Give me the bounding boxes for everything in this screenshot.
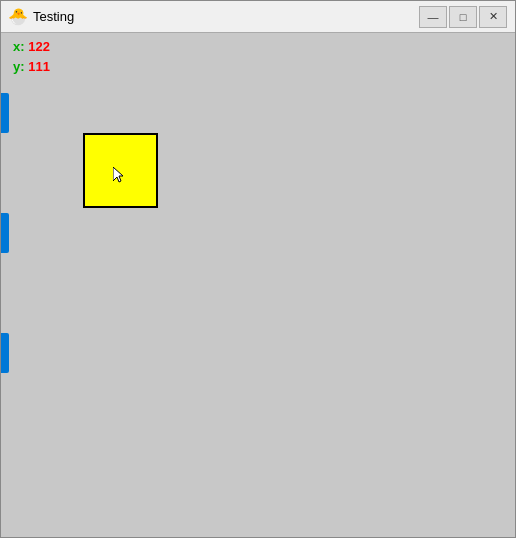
minimize-button[interactable]: — bbox=[419, 6, 447, 28]
side-tab-3[interactable] bbox=[1, 333, 9, 373]
side-tab-2[interactable] bbox=[1, 213, 9, 253]
svg-marker-0 bbox=[113, 167, 123, 182]
y-value: 111 bbox=[28, 59, 50, 74]
y-label: y: bbox=[13, 59, 28, 74]
x-label: x: bbox=[13, 39, 28, 54]
coord-x-display: x: 122 bbox=[13, 39, 50, 54]
window-body: x: 122 y: 111 bbox=[1, 33, 515, 537]
side-tab-1[interactable] bbox=[1, 93, 9, 133]
coord-y-display: y: 111 bbox=[13, 59, 50, 74]
window-controls: — □ ✕ bbox=[419, 6, 507, 28]
close-button[interactable]: ✕ bbox=[479, 6, 507, 28]
left-panel bbox=[1, 93, 9, 373]
app-icon: 🐣 bbox=[9, 8, 27, 26]
main-window: 🐣 Testing — □ ✕ x: 122 y: 111 bbox=[0, 0, 516, 538]
title-bar: 🐣 Testing — □ ✕ bbox=[1, 1, 515, 33]
cursor-icon bbox=[113, 167, 127, 185]
window-title: Testing bbox=[33, 9, 419, 24]
maximize-button[interactable]: □ bbox=[449, 6, 477, 28]
yellow-rectangle[interactable] bbox=[83, 133, 158, 208]
x-value: 122 bbox=[28, 39, 50, 54]
